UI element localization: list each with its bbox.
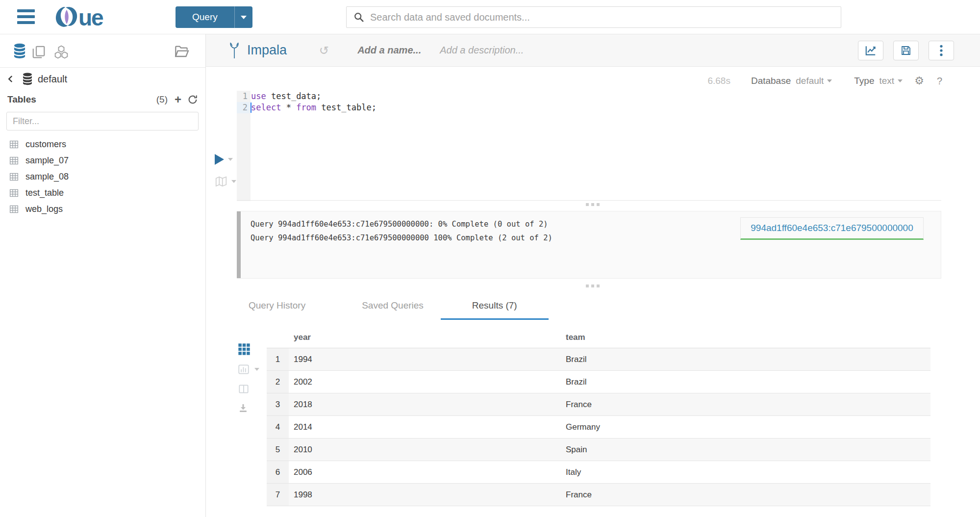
- gutter-line-number: 2: [237, 102, 251, 113]
- hue-logo[interactable]: ue: [49, 5, 130, 31]
- chart-button[interactable]: [858, 41, 883, 60]
- chart-view-button[interactable]: [237, 363, 267, 376]
- databases-icon[interactable]: [12, 43, 27, 61]
- log-lines: Query 994ad1ff60e4e653:c71e679500000000:…: [251, 217, 553, 245]
- query-history-icon[interactable]: ↺: [319, 44, 329, 57]
- cell-team: Germany: [566, 422, 930, 432]
- hamburger-menu-icon[interactable]: [17, 9, 35, 25]
- row-number: 2: [267, 371, 289, 393]
- editor-toolbar: 6.68s Database default Type text ⚙ ?: [707, 73, 942, 89]
- sidebar-table-item[interactable]: web_logs: [9, 201, 201, 217]
- cell-team: Italy: [566, 467, 930, 477]
- result-tabs: Query HistorySaved QueriesResults (7): [206, 293, 549, 320]
- help-icon[interactable]: ?: [937, 76, 942, 87]
- log-line: Query 994ad1ff60e4e653:c71e679500000000:…: [251, 217, 553, 231]
- resize-handle[interactable]: [586, 203, 600, 206]
- download-icon: [237, 402, 249, 414]
- table-list: customerssample_07sample_08test_tableweb…: [9, 136, 201, 217]
- table-row: 32018France: [267, 393, 930, 416]
- table-row: 71998France: [267, 484, 930, 506]
- chevron-down-icon[interactable]: [228, 158, 233, 161]
- assist-icon-bar: [0, 34, 205, 68]
- chevron-left-icon[interactable]: [6, 74, 15, 84]
- table-icon: [9, 139, 19, 150]
- log-progress-bar: [237, 211, 241, 278]
- table-name: test_table: [25, 188, 64, 198]
- execution-time: 6.68s: [707, 76, 730, 86]
- sidebar-table-item[interactable]: sample_08: [9, 169, 201, 185]
- editor-gutter: 12: [237, 91, 251, 201]
- cell-team: France: [566, 400, 930, 410]
- table-icon: [9, 172, 19, 182]
- columns-view-button[interactable]: [237, 383, 267, 395]
- functions-cubes-icon[interactable]: [53, 45, 70, 61]
- query-dropdown-caret[interactable]: [235, 6, 252, 28]
- tab-saved-queries[interactable]: Saved Queries: [347, 293, 438, 320]
- cell-year: 2010: [289, 445, 566, 455]
- table-icon: [9, 155, 19, 166]
- grid-view-button[interactable]: [237, 342, 267, 356]
- tab-query-history[interactable]: Query History: [234, 293, 320, 320]
- database-select[interactable]: default: [796, 76, 832, 86]
- impala-icon: [228, 42, 241, 59]
- chevron-down-icon[interactable]: [231, 180, 236, 183]
- table-icon: [9, 188, 19, 198]
- explain-map-button[interactable]: [215, 176, 236, 187]
- table-filter: [6, 112, 199, 130]
- left-assist-panel: default Tables (5) + customerssample_07s…: [0, 34, 206, 517]
- current-database-name: default: [38, 74, 67, 85]
- column-header-year[interactable]: year: [289, 333, 566, 342]
- database-breadcrumb[interactable]: default: [6, 73, 67, 85]
- sql-editor-input[interactable]: use test_data;select * from test_table;: [251, 91, 975, 201]
- type-label: Type: [854, 76, 874, 86]
- table-filter-input[interactable]: [13, 116, 192, 127]
- resize-handle[interactable]: [586, 284, 600, 287]
- kebab-menu-icon: [939, 44, 943, 57]
- cell-team: France: [566, 490, 930, 500]
- query-split-button[interactable]: Query: [176, 6, 252, 28]
- table-row: 62006Italy: [267, 461, 930, 484]
- document-header: Impala ↺ Add a name... Add a description…: [206, 34, 980, 67]
- row-number: 5: [267, 439, 289, 461]
- add-table-icon[interactable]: +: [175, 95, 181, 104]
- query-button-label[interactable]: Query: [176, 6, 235, 28]
- gutter-line-number: 1: [237, 91, 251, 102]
- search-input[interactable]: [370, 12, 834, 23]
- save-button[interactable]: [893, 41, 919, 60]
- settings-gear-icon[interactable]: ⚙: [914, 75, 924, 87]
- top-bar: ue Query: [0, 0, 980, 34]
- database-label: Database: [751, 76, 791, 86]
- bar-chart-icon: [237, 363, 250, 376]
- table-name: customers: [25, 139, 66, 150]
- editor-area: Impala ↺ Add a name... Add a description…: [206, 34, 980, 517]
- column-header-team[interactable]: team: [566, 333, 930, 342]
- execute-button[interactable]: [215, 154, 236, 165]
- sidebar-table-item[interactable]: test_table: [9, 185, 201, 201]
- document-name-field[interactable]: Add a name...: [357, 45, 421, 56]
- row-number: 4: [267, 416, 289, 438]
- projects-folder-icon[interactable]: [174, 44, 190, 61]
- download-results-button[interactable]: [237, 402, 267, 414]
- document-description-field[interactable]: Add a description...: [440, 45, 524, 56]
- table-icon: [9, 204, 19, 214]
- cell-team: Brazil: [566, 355, 930, 364]
- tables-header-row: Tables (5) +: [7, 94, 198, 105]
- job-id-link-text[interactable]: 994ad1ff60e4e653:c71e679500000000: [751, 223, 913, 233]
- type-select[interactable]: text: [879, 76, 903, 86]
- cell-year: 2006: [289, 467, 566, 477]
- cell-year: 2018: [289, 400, 566, 410]
- tab-results-7[interactable]: Results (7): [441, 293, 549, 320]
- table-name: web_logs: [25, 204, 63, 214]
- refresh-icon[interactable]: [187, 94, 198, 105]
- panel-divider: [237, 200, 941, 201]
- more-actions-button[interactable]: [929, 41, 954, 60]
- global-search: [346, 6, 841, 28]
- sidebar-table-item[interactable]: customers: [9, 136, 201, 153]
- engine-title: Impala: [247, 43, 287, 58]
- impala-job-link[interactable]: 994ad1ff60e4e653:c71e679500000000: [740, 217, 924, 240]
- chevron-down-icon[interactable]: [254, 368, 259, 371]
- sidebar-table-item[interactable]: sample_07: [9, 153, 201, 169]
- documents-icon[interactable]: [31, 45, 46, 61]
- cell-year: 2002: [289, 377, 566, 387]
- table-row: 22002Brazil: [267, 371, 930, 393]
